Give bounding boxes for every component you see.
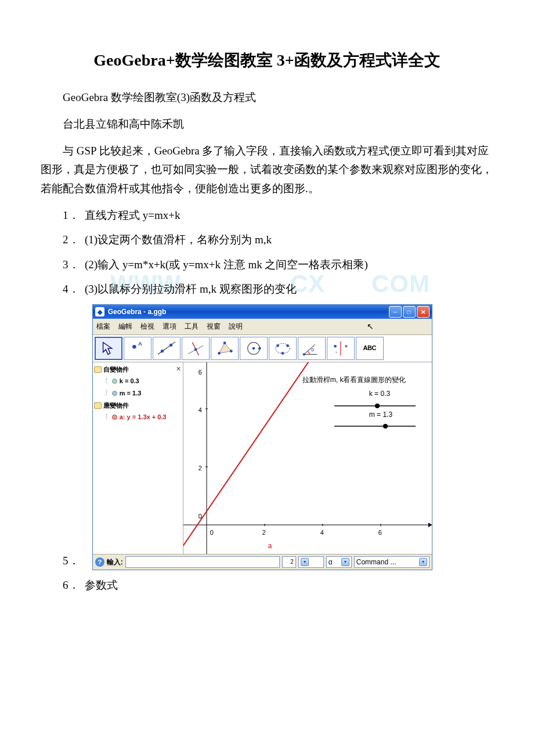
- svg-point-13: [258, 347, 261, 350]
- tool-conic[interactable]: [269, 337, 297, 360]
- tool-angle[interactable]: α: [298, 337, 326, 360]
- tool-point[interactable]: A: [124, 337, 151, 360]
- axis-tick-label: 2: [199, 463, 202, 474]
- exponent-box[interactable]: 2: [282, 556, 296, 568]
- app-icon: ◆: [95, 307, 104, 316]
- cursor-icon: ↖: [367, 320, 374, 334]
- chart-canvas: [183, 362, 432, 554]
- list-item: 4．(3)以鼠标分别拉动滑杆 m,k 观察图形的变化: [63, 280, 493, 298]
- svg-point-10: [230, 350, 233, 352]
- svg-point-23: [335, 351, 337, 352]
- list-item: 2．(1)设定两个数值滑杆，名称分别为 m,k: [63, 231, 493, 249]
- subtitle: GeoGebra 数学绘图教室(3)函数及方程式: [41, 88, 493, 107]
- maximize-button[interactable]: □: [403, 306, 416, 318]
- svg-point-17: [281, 352, 284, 355]
- line-label: a: [268, 540, 272, 552]
- menu-tools[interactable]: 工具: [185, 321, 199, 332]
- panel-close-icon[interactable]: ✕: [176, 363, 181, 375]
- slider-k-label: k = 0.3: [369, 388, 390, 399]
- close-button[interactable]: ✕: [417, 306, 430, 318]
- bullet-icon: [112, 391, 117, 396]
- tool-text[interactable]: ABC: [356, 337, 384, 360]
- menu-edit[interactable]: 編輯: [118, 321, 132, 332]
- folder-icon: [94, 402, 102, 409]
- tool-transform[interactable]: [327, 337, 355, 360]
- menu-options[interactable]: 選項: [163, 321, 176, 332]
- axis-tick-label: 0: [210, 527, 214, 538]
- svg-point-15: [276, 344, 279, 347]
- intro-paragraph: 与 GSP 比较起来，GeoGebra 多了输入字段，直接输入函数或方程式便立即…: [41, 142, 493, 198]
- tool-circle[interactable]: [240, 337, 268, 360]
- tool-perpendicular[interactable]: [182, 337, 210, 360]
- algebra-item-m[interactable]: ⋮m = 1.3: [94, 387, 182, 399]
- help-icon[interactable]: ?: [95, 557, 104, 567]
- axis-tick-label: 2: [262, 527, 266, 538]
- symbol-dropdown[interactable]: ▾: [298, 556, 324, 568]
- command-input[interactable]: [125, 556, 280, 568]
- slider-m-label: m = 1.3: [369, 409, 392, 420]
- tool-move[interactable]: [95, 337, 122, 360]
- menu-window[interactable]: 視窗: [207, 321, 221, 332]
- svg-point-8: [218, 352, 221, 355]
- svg-text:α: α: [311, 346, 314, 352]
- axis-tick-label: 6: [199, 367, 202, 378]
- input-label: 輸入:: [107, 556, 123, 568]
- list-item: 6．参数式: [63, 576, 493, 595]
- svg-point-22: [345, 345, 348, 348]
- svg-point-0: [132, 345, 136, 349]
- menu-help[interactable]: 說明: [229, 321, 243, 332]
- tool-polygon[interactable]: [211, 337, 239, 360]
- axis-tick-label: 4: [199, 405, 202, 416]
- algebra-view[interactable]: ✕ 自變物件 ⋮k = 0.3 ⋮m = 1.3 應變物件 ⋮a: y = 1.…: [93, 362, 183, 554]
- axis-tick-label: 4: [320, 527, 324, 538]
- page-title: GeoGebra+数学绘图教室 3+函数及方程式详全文: [41, 46, 493, 74]
- axis-tick-label: 6: [378, 527, 382, 538]
- axis-tick-label: 0: [199, 511, 202, 522]
- tool-line[interactable]: [153, 337, 181, 360]
- svg-point-33: [375, 404, 380, 408]
- svg-point-21: [334, 345, 337, 348]
- svg-point-9: [223, 341, 226, 344]
- author-line: 台北县立锦和高中陈禾凯: [41, 115, 493, 134]
- list-item-screenshot: 5． ◆ GeoGebra - a.ggb ─ □ ✕ 檔案 編輯 檢視 選項 …: [63, 304, 493, 570]
- bullet-icon: [112, 415, 117, 420]
- numbered-list: WWW CX COM 1．直线方程式 y=mx+k 2．(1)设定两个数值滑杆，…: [41, 206, 493, 595]
- svg-point-7: [194, 348, 197, 351]
- toolbar: A α ABC: [93, 334, 432, 362]
- algebra-folder-independent[interactable]: 自變物件: [94, 363, 182, 376]
- graph-hint-text: 拉動滑桿m, k看看直線圖形的變化: [302, 374, 406, 386]
- menu-bar: 檔案 編輯 檢視 選項 工具 視窗 說明 ↖: [93, 319, 432, 334]
- svg-point-19: [302, 353, 305, 355]
- algebra-item-k[interactable]: ⋮k = 0.3: [94, 375, 182, 387]
- svg-point-4: [169, 343, 172, 346]
- list-item: 3．(2)输入 y=m*x+k(或 y=mx+k 注意 mk 之间空一格表示相乘…: [63, 255, 493, 274]
- svg-text:A: A: [138, 340, 142, 347]
- algebra-folder-dependent[interactable]: 應變物件: [94, 399, 182, 412]
- svg-line-2: [158, 341, 175, 354]
- svg-point-3: [161, 350, 164, 352]
- graphics-view[interactable]: 拉動滑桿m, k看看直線圖形的變化 k = 0.3 m = 1.3 0 2 4 …: [183, 362, 432, 554]
- folder-icon: [94, 366, 102, 373]
- menu-file[interactable]: 檔案: [96, 321, 110, 332]
- minimize-button[interactable]: ─: [389, 306, 402, 318]
- list-item: 1．直线方程式 y=mx+k: [63, 206, 493, 225]
- svg-point-35: [383, 424, 388, 429]
- window-titlebar[interactable]: ◆ GeoGebra - a.ggb ─ □ ✕: [93, 305, 432, 319]
- alpha-dropdown[interactable]: α▾: [326, 556, 352, 568]
- input-bar: ? 輸入: 2 ▾ α▾ Command ...▾: [93, 554, 432, 570]
- window-title: GeoGebra - a.ggb: [108, 306, 389, 318]
- svg-point-16: [286, 344, 289, 347]
- command-dropdown[interactable]: Command ...▾: [354, 556, 430, 568]
- bullet-icon: [112, 379, 117, 384]
- work-area: ✕ 自變物件 ⋮k = 0.3 ⋮m = 1.3 應變物件 ⋮a: y = 1.…: [93, 362, 432, 554]
- algebra-item-equation[interactable]: ⋮a: y = 1.3x + 0.3: [94, 411, 182, 423]
- geogebra-window: ◆ GeoGebra - a.ggb ─ □ ✕ 檔案 編輯 檢視 選項 工具 …: [92, 304, 432, 570]
- menu-view[interactable]: 檢視: [140, 321, 154, 332]
- svg-point-12: [252, 347, 255, 350]
